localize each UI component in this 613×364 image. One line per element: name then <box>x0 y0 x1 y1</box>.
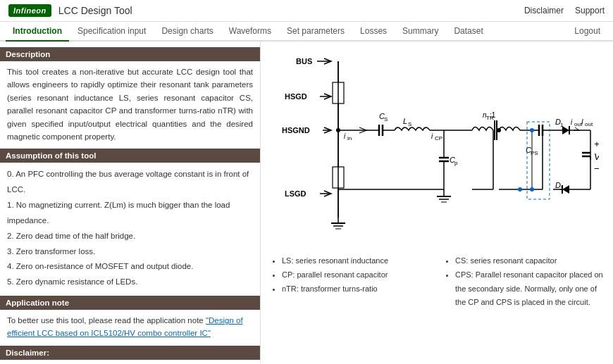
nav-waveforms[interactable]: Waveforms <box>222 22 278 40</box>
disclaimer-link[interactable]: Disclaimer <box>524 6 564 15</box>
infineon-logo: Infineon <box>8 4 51 17</box>
ntr-ratio: :1 <box>490 111 496 119</box>
iin-label: i <box>344 132 346 140</box>
iout-label: i <box>571 118 573 126</box>
hsgd-label: HSGD <box>285 92 307 101</box>
svg-point-65 <box>530 187 534 192</box>
header-links: Disclaimer Support <box>524 6 605 15</box>
right-panel: BUS HSGD HSGND LSGD <box>261 42 613 363</box>
Iout-sub: out <box>585 121 593 127</box>
svg-point-64 <box>530 128 534 132</box>
cs-sub: S <box>384 116 388 123</box>
vo-label: V <box>594 151 599 162</box>
description-heading: Description <box>0 47 260 61</box>
assumption-5: Zero dynamic resistance of LEDs. <box>7 275 253 290</box>
nav-design-charts[interactable]: Design charts <box>154 22 220 40</box>
assumption-4: Zero on-resistance of MOSFET and output … <box>7 259 253 275</box>
circuit-svg: BUS HSGD HSGND LSGD <box>275 49 599 246</box>
legend-ls: LS: series resonant inductance <box>282 254 430 268</box>
vo-plus: + <box>594 139 599 149</box>
svg-marker-48 <box>562 126 569 134</box>
legend-cs: CS: series resonant capacitor <box>455 254 603 268</box>
logo-area: Infineon LCC Design Tool <box>8 4 132 17</box>
nav-summary[interactable]: Summary <box>395 22 445 40</box>
header: Infineon LCC Design Tool Disclaimer Supp… <box>0 0 613 22</box>
svg-point-63 <box>518 187 522 192</box>
app-title: LCC Design Tool <box>58 5 132 16</box>
svg-point-62 <box>497 128 501 132</box>
support-link[interactable]: Support <box>575 6 605 15</box>
description-text: This tool creates a non-iterative but ac… <box>7 65 253 143</box>
cp-sub: p <box>454 160 458 166</box>
iin-sub: in <box>347 135 352 142</box>
left-panel: Description This tool creates a non-iter… <box>0 42 261 363</box>
main-content: Description This tool creates a non-iter… <box>0 42 613 363</box>
app-note-text: To better use this tool, please read the… <box>7 314 253 340</box>
logout-button[interactable]: Logout <box>567 22 607 40</box>
nav-introduction[interactable]: Introduction <box>6 22 69 42</box>
legend-ntr: nTR: transformer turns-ratio <box>282 282 430 296</box>
assumption-0: An PFC controlling the bus average volta… <box>7 167 253 198</box>
nav-losses[interactable]: Losses <box>353 22 394 40</box>
legend-cp: CP: parallel resonant capacitor <box>282 268 430 282</box>
legend-right: CS: series resonant capacitor CPS: Paral… <box>444 254 603 310</box>
navbar: Introduction Specification input Design … <box>0 22 613 42</box>
svg-marker-52 <box>562 185 569 194</box>
assumption-heading: Assumption of this tool <box>0 149 260 163</box>
disclaimer-heading: Disclaimer: <box>0 346 260 360</box>
ls-label: L <box>403 117 407 125</box>
bus-label: BUS <box>296 57 312 65</box>
nav-dataset[interactable]: Dataset <box>447 22 490 40</box>
legend-left: LS: series resonant inductance CP: paral… <box>271 254 430 310</box>
assumption-2: Zero dead time of the half bridge. <box>7 229 253 244</box>
assumption-list: An PFC controlling the bus average volta… <box>7 167 253 290</box>
vo-minus: − <box>594 163 599 174</box>
nav-specification[interactable]: Specification input <box>70 22 153 40</box>
nav-set-parameters[interactable]: Set parameters <box>280 22 352 40</box>
app-note-heading: Application note <box>0 296 260 310</box>
legend: LS: series resonant inductance CP: paral… <box>271 254 603 310</box>
hsgnd-label: HSGND <box>282 126 310 134</box>
icp-sub: CP <box>435 135 442 142</box>
lsgd-label: LSGD <box>285 189 306 198</box>
assumption-1: No magnetizing current. Z(Lm) is much bi… <box>7 198 253 229</box>
circuit-diagram: BUS HSGD HSGND LSGD <box>271 49 603 246</box>
assumption-3: Zero transformer loss. <box>7 244 253 260</box>
legend-cps: CPS: Parallel resonant capacitor placed … <box>455 268 603 310</box>
Iout-label: I <box>581 118 583 126</box>
ls-sub: S <box>408 121 411 127</box>
icp-label: i <box>431 132 433 140</box>
